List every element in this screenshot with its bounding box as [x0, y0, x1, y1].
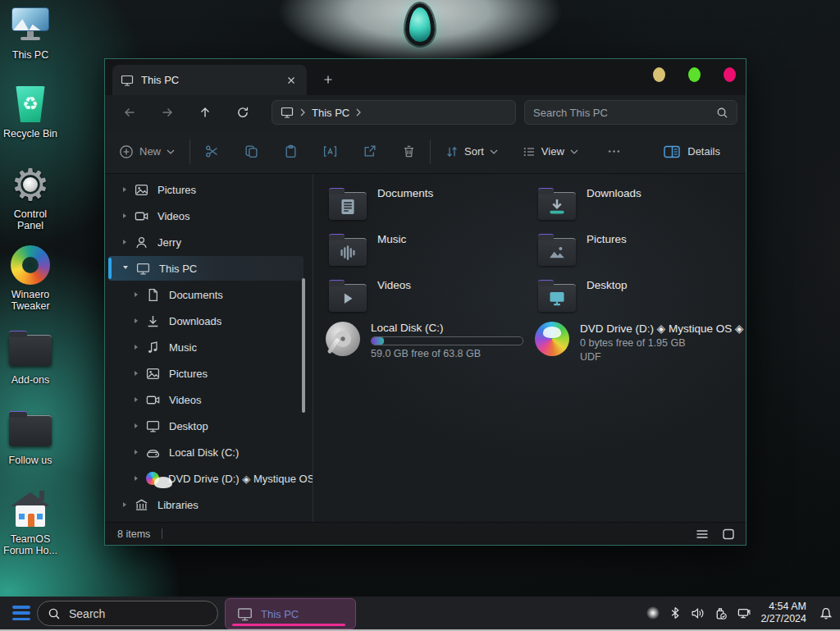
desktop-icon-this-pc[interactable]: This PC	[0, 5, 61, 61]
system-tray: 4:54 AM 2/27/2024	[646, 597, 833, 629]
copy-button[interactable]	[237, 139, 265, 165]
details-view-toggle[interactable]	[693, 526, 711, 542]
icons-view-toggle[interactable]	[719, 526, 737, 542]
delete-button[interactable]	[395, 139, 422, 165]
share-button[interactable]	[355, 139, 383, 165]
monitor-icon	[121, 74, 134, 87]
window-body: Pictures Videos Jerry This PC Documents …	[105, 174, 746, 524]
videos-folder-icon	[329, 284, 367, 312]
items-view: Documents Downloads Music Pictures Video…	[313, 174, 746, 524]
chevron-right-icon[interactable]	[135, 423, 138, 428]
tile-downloads[interactable]: Downloads	[538, 186, 641, 220]
details-pane-icon	[664, 145, 680, 158]
clock[interactable]: 4:54 AM 2/27/2024	[760, 601, 806, 625]
back-button[interactable]	[116, 100, 143, 125]
tile-pictures[interactable]: Pictures	[538, 232, 627, 266]
sidebar-item-pictures[interactable]: Pictures	[108, 177, 304, 202]
chevron-right-icon[interactable]	[135, 318, 138, 323]
user-icon	[135, 235, 148, 249]
explorer-search-input[interactable]	[533, 107, 716, 119]
chevron-right-icon[interactable]	[135, 292, 138, 297]
tab-close-button[interactable]	[284, 73, 299, 88]
clock-time: 4:54 AM	[760, 601, 806, 613]
tile-documents[interactable]: Documents	[329, 186, 433, 220]
desktop-icon-teamos[interactable]: TeamOS Forum Ho...	[0, 489, 61, 556]
sort-label: Sort	[464, 145, 484, 158]
sidebar-item-pictures-2[interactable]: Pictures	[108, 361, 304, 386]
taskbar-search[interactable]: Search	[37, 601, 218, 626]
sidebar-item-local-disk[interactable]: Local Disk (C:)	[108, 440, 304, 464]
chevron-down-icon[interactable]	[123, 266, 128, 272]
dvd-disc-icon	[146, 472, 159, 486]
desktop-icon-control-panel[interactable]: ⚙ Control Panel	[0, 164, 61, 231]
sidebar-item-dvd-drive[interactable]: DVD Drive (D:) ◈ Mystique OS	[108, 466, 304, 491]
cut-button[interactable]	[198, 139, 226, 165]
tab-bar: This PC	[105, 59, 746, 95]
usb-safely-remove-icon[interactable]	[714, 606, 728, 620]
up-button[interactable]	[192, 100, 218, 125]
sidebar-item-libraries[interactable]: Libraries	[108, 492, 304, 517]
details-button[interactable]: Details	[656, 139, 728, 164]
desktop: This PC ♻ Recycle Bin ⚙ Control Panel Wi…	[0, 0, 840, 631]
sidebar-item-music[interactable]: Music	[108, 335, 304, 359]
notification-bell-icon[interactable]	[819, 606, 833, 620]
desktop-icon-recycle-bin[interactable]: ♻ Recycle Bin	[0, 84, 61, 139]
glow-orb-icon[interactable]	[646, 606, 660, 620]
chevron-right-icon[interactable]	[123, 213, 126, 218]
chevron-right-icon[interactable]	[135, 371, 138, 376]
sort-button[interactable]: Sort	[438, 139, 505, 164]
taskbar-app-this-pc[interactable]: This PC	[225, 598, 356, 629]
chevron-right-icon[interactable]	[123, 240, 126, 245]
explorer-search-box[interactable]	[524, 100, 737, 125]
chevron-right-icon[interactable]	[123, 187, 126, 192]
sidebar-item-documents[interactable]: Documents	[108, 282, 304, 307]
sidebar-item-downloads[interactable]: Downloads	[108, 309, 304, 333]
desktop-icon-winaero-tweaker[interactable]: Winaero Tweaker	[0, 245, 61, 312]
address-bar[interactable]: This PC	[272, 100, 516, 125]
start-button[interactable]	[12, 606, 30, 620]
tile-desktop[interactable]: Desktop	[538, 278, 628, 312]
rename-button[interactable]	[316, 139, 344, 165]
tile-dvd-drive[interactable]: DVD Drive (D:) ◈ Mystique OS ◈ 0 bytes f…	[535, 322, 743, 363]
chevron-right-icon[interactable]	[135, 345, 138, 350]
chevron-right-icon[interactable]	[135, 397, 138, 402]
forward-button[interactable]	[154, 100, 180, 125]
minimize-button[interactable]	[653, 67, 665, 82]
network-icon[interactable]	[737, 606, 751, 620]
desktop-icon-add-ons[interactable]: Add-ons	[0, 330, 61, 386]
maximize-button[interactable]	[688, 67, 701, 82]
tile-music[interactable]: Music	[329, 232, 406, 266]
wallpaper-gem	[405, 3, 435, 46]
chevron-right-icon[interactable]	[123, 502, 126, 507]
sidebar-item-this-pc[interactable]: This PC	[108, 256, 304, 281]
bluetooth-icon[interactable]	[669, 606, 682, 620]
breadcrumb[interactable]: This PC	[312, 107, 349, 119]
refresh-button[interactable]	[230, 100, 256, 125]
sidebar-item-videos-2[interactable]: Videos	[108, 387, 304, 412]
sidebar-item-desktop[interactable]: Desktop	[108, 414, 304, 438]
close-button[interactable]	[724, 67, 736, 82]
chevron-right-icon[interactable]	[135, 450, 138, 455]
chevron-down-icon	[570, 149, 578, 154]
paste-button[interactable]	[276, 139, 304, 165]
disk-usage-bar	[371, 336, 523, 345]
tile-local-disk[interactable]: Local Disk (C:) 59.0 GB free of 63.8 GB	[326, 322, 523, 359]
dvd-disc-icon	[535, 322, 569, 356]
chevron-right-icon[interactable]	[135, 476, 138, 481]
command-toolbar: New Sort View Det	[105, 130, 746, 174]
new-button[interactable]: New	[112, 139, 182, 165]
home-icon	[0, 489, 61, 530]
see-more-button[interactable]	[600, 139, 628, 165]
desktop-icon-follow-us[interactable]: Follow us	[0, 410, 61, 466]
this-pc-icon	[0, 5, 61, 46]
view-button[interactable]: View	[515, 139, 586, 164]
sidebar-item-jerry[interactable]: Jerry	[108, 230, 304, 254]
tab-this-pc[interactable]: This PC	[112, 65, 307, 95]
videos-icon	[135, 209, 148, 223]
new-tab-button[interactable]	[319, 71, 337, 89]
drive-name: Local Disk (C:)	[371, 322, 523, 334]
sidebar-item-videos[interactable]: Videos	[108, 203, 304, 228]
volume-icon[interactable]	[691, 606, 705, 620]
tile-videos[interactable]: Videos	[329, 278, 411, 312]
sidebar-scrollbar-thumb[interactable]	[302, 278, 305, 413]
